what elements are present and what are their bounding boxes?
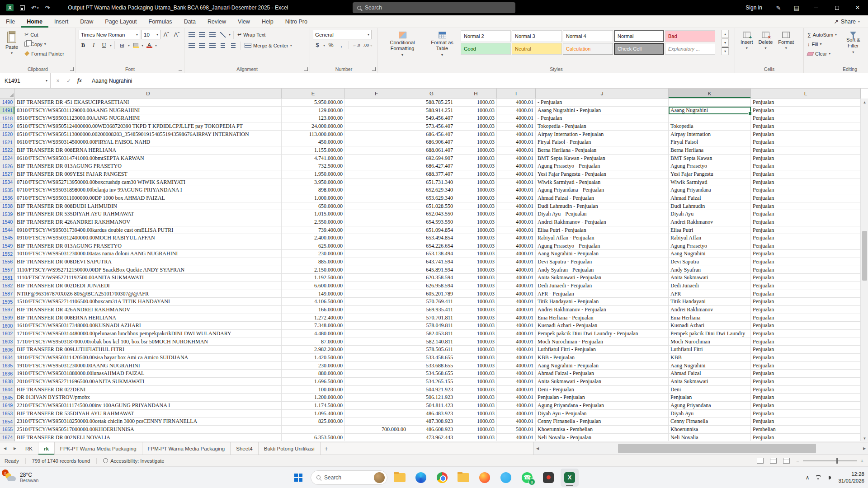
row-header-1581[interactable]: 1581 (0, 274, 15, 282)
horizontal-scrollbar[interactable]: ◀ ▶ (533, 442, 868, 455)
cell-K1540[interactable]: Andrei Rakhmanov (669, 218, 751, 226)
cell-G1638[interactable]: 534.265.155 (408, 378, 455, 386)
cell-E1524[interactable]: 4.741.000.00 (282, 155, 345, 163)
orientation-button[interactable] (218, 30, 227, 39)
cell-L1581[interactable]: Penjualan (751, 274, 861, 282)
cell-G1527[interactable]: 688.377.407 (408, 170, 455, 178)
cell-K1526[interactable]: Agung Prrasetyo (669, 162, 751, 170)
align-center-button[interactable] (198, 41, 207, 50)
cell-G1549[interactable]: 654.226.654 (408, 242, 455, 250)
font-color-button[interactable]: A (145, 41, 154, 50)
cell-J1645[interactable]: Penjualan - Penjualan (536, 394, 669, 402)
cell-I1538[interactable]: 4000.01 (497, 202, 536, 211)
cell-L1674[interactable]: Penjualan (751, 434, 861, 442)
ribbon-tab-file[interactable]: File (0, 15, 21, 28)
taskbar-app-dark-app[interactable] (539, 469, 557, 487)
cell-H1524[interactable]: 1000.03 (455, 155, 497, 163)
cell-F1538[interactable] (345, 202, 408, 211)
wifi-icon[interactable] (815, 475, 821, 480)
cell-F1535[interactable] (345, 186, 408, 194)
ribbon-tab-insert[interactable]: Insert (48, 15, 74, 28)
cell-F1544[interactable] (345, 226, 408, 235)
cell-E1649[interactable]: 1.174.500.00 (282, 402, 345, 410)
cell-L1595[interactable]: Penjualan (751, 298, 861, 306)
cell-F1602[interactable] (345, 330, 408, 338)
cell-D1635[interactable]: 1910/FTSCY/WS95031230000.00AANG NUGRAHIN… (15, 362, 282, 370)
align-top-button[interactable] (187, 30, 196, 39)
cell-H1645[interactable]: 1000.03 (455, 394, 497, 402)
cell-E1635[interactable]: 230.000.00 (282, 362, 345, 370)
cell-H1538[interactable]: 1000.03 (455, 202, 497, 211)
cell-H1522[interactable]: 1000.03 (455, 146, 497, 155)
cell-F1603[interactable] (345, 338, 408, 346)
cell-K1653[interactable]: Diyah Ayu (669, 410, 751, 418)
sheet-tab-fpm-pt-warna-media-packaging[interactable]: FPM-PT Warna Media Packaging (142, 442, 231, 455)
cell-L1599[interactable]: Penjualan (751, 314, 861, 322)
cell-E1674[interactable]: 6.353.500.00 (282, 434, 345, 442)
cell-H1634[interactable]: 1000.03 (455, 354, 497, 362)
cell-G1600[interactable]: 578.049.811 (408, 322, 455, 330)
cell-G1634[interactable]: 533.458.655 (408, 354, 455, 362)
pen-icon[interactable]: ✎ (769, 0, 788, 15)
cell-L1526[interactable]: Penjualan (751, 162, 861, 170)
cell-E1538[interactable]: 650.000.00 (282, 202, 345, 211)
cell-J1540[interactable]: Andrei Rakhmanov - Penjualan (536, 218, 669, 226)
cell-K1520[interactable]: Airpay Internation (669, 131, 751, 139)
font-family-select[interactable]: Times New Roman▾ (79, 30, 140, 39)
row-header-1655[interactable]: 1655 (0, 426, 15, 434)
cell-E1600[interactable]: 7.348.000.00 (282, 322, 345, 330)
gallery-more-icon[interactable]: ▾ (722, 47, 729, 55)
cell-F1526[interactable] (345, 162, 408, 170)
decrease-decimal-button[interactable]: .00→ (363, 41, 374, 50)
cell-I1597[interactable]: 4000.01 (497, 306, 536, 314)
decrease-indent-button[interactable] (218, 41, 227, 50)
taskbar-app-messaging-app[interactable] (497, 469, 515, 487)
cell-J1539[interactable]: Diyah Ayu - Penjualan (536, 210, 669, 218)
cell-D1539[interactable]: BIF TRANSFER DR 535DIYAH AYU RAHMAWAT (15, 210, 282, 218)
cell-D1595[interactable]: 1510/FTSCY/WS952714106500.00boxcam31A TI… (15, 298, 282, 306)
cell-D1518[interactable]: 0510/FTSCY/WS95031123000.00AANG NUGRAHIN… (15, 114, 282, 122)
cell-L1520[interactable]: Penjualan (751, 131, 861, 139)
row-header-1521[interactable]: 1521 (0, 138, 15, 146)
row-header-1674[interactable]: 1674 (0, 434, 15, 442)
cell-H1638[interactable]: 1000.03 (455, 378, 497, 386)
cell-G1644[interactable]: 504.921.923 (408, 386, 455, 394)
cell-I1539[interactable]: 4000.01 (497, 210, 536, 218)
cell-L1552[interactable]: Penjualan (751, 250, 861, 258)
cell-D1534[interactable]: 0710/FTSCY/WS952713950000.00boxcrushdp c… (15, 178, 282, 187)
cell-K1522[interactable]: Berna Herliana (669, 146, 751, 155)
cell-style-check-cell[interactable]: Check Cell (614, 43, 664, 55)
cell-E1655[interactable] (282, 426, 345, 434)
ribbon-tab-data[interactable]: Data (178, 15, 202, 28)
cell-I1491[interactable]: 4000.01 (497, 107, 536, 115)
cell-L1538[interactable]: Penjualan (751, 202, 861, 211)
cell-L1527[interactable]: Penjualan (751, 170, 861, 178)
cell-I1653[interactable]: 4000.01 (497, 410, 536, 418)
accounting-format-button[interactable]: $ (313, 41, 322, 50)
cell-L1491[interactable]: Penjualan (751, 107, 861, 115)
cell-E1536[interactable]: 1.000.000.00 (282, 194, 345, 202)
cell-J1654[interactable]: Cenny Firnanella - Penjualan (536, 418, 669, 426)
cell-E1520[interactable]: 113.000.000.00 (282, 131, 345, 139)
cell-E1522[interactable]: 1.155.000.00 (282, 146, 345, 155)
cell-E1645[interactable]: 1.200.000.00 (282, 394, 345, 402)
cell-H1606[interactable]: 1000.03 (455, 346, 497, 354)
ribbon-tab-nitro-pro[interactable]: Nitro Pro (279, 15, 313, 28)
cell-E1557[interactable]: 2.150.000.00 (282, 266, 345, 274)
cell-L1539[interactable]: Penjualan (751, 210, 861, 218)
cell-H1556[interactable]: 1000.03 (455, 258, 497, 266)
row-header-1638[interactable]: 1638 (0, 378, 15, 386)
cell-D1545[interactable]: 0910/FTSCY/WS950312400000.00MOCH RABIYUL… (15, 234, 282, 242)
cell-K1490[interactable] (669, 99, 751, 107)
conditional-formatting-button[interactable]: Conditional Formatting ▾ (381, 30, 424, 66)
cell-G1535[interactable]: 652.629.340 (408, 186, 455, 194)
cell-E1544[interactable]: 739.400.00 (282, 226, 345, 235)
cell-F1638[interactable] (345, 378, 408, 386)
cell-L1644[interactable]: Penjualan (751, 386, 861, 394)
cell-I1535[interactable]: 4000.01 (497, 186, 536, 194)
cell-J1524[interactable]: BMT Septa Kawan - Penjualan (536, 155, 669, 163)
autosum-button[interactable]: ∑AutoSum▾ (807, 30, 838, 39)
clear-button[interactable]: Clear▾ (807, 49, 838, 58)
cell-G1606[interactable]: 578.505.611 (408, 346, 455, 354)
row-header-1549[interactable]: 1549 (0, 242, 15, 250)
